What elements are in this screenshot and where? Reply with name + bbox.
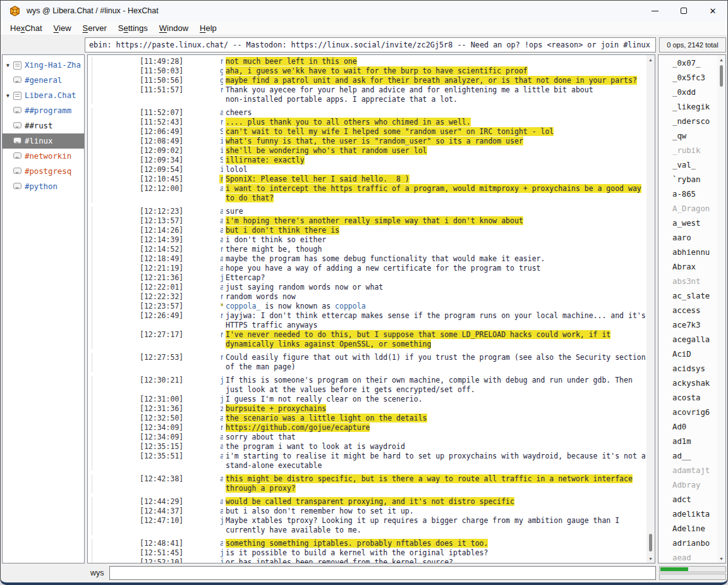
user-list-item[interactable]: ackyshak: [658, 376, 717, 391]
chat-scrollbar-thumb[interactable]: [649, 534, 652, 551]
menu-item-help[interactable]: Help: [194, 22, 222, 34]
user-list-item[interactable]: _qw: [658, 129, 717, 144]
message-body: random words now: [226, 292, 646, 302]
user-list-item[interactable]: _0x07_: [658, 56, 717, 71]
chat-message: [12:31:36]zenfoldburpsuite + proxychains: [92, 404, 646, 414]
close-button[interactable]: ✕: [698, 1, 727, 21]
message-nick: rx: [219, 353, 223, 372]
sidebar-item--python[interactable]: #python: [3, 179, 84, 194]
ops-count-badge[interactable]: 0 ops, 2142 total: [659, 37, 726, 52]
user-list-item[interactable]: Ad0: [658, 420, 717, 434]
message-text: Thank you ayecee for your help and advic…: [226, 85, 593, 94]
user-list-item[interactable]: ace7k3: [658, 318, 717, 333]
user-list-item[interactable]: ac_slate: [658, 289, 717, 304]
sidebar-item--networkin[interactable]: #networkin: [3, 149, 84, 164]
nick-message-divider: [92, 548, 137, 558]
chat-message: [12:12:23]ayeceesure: [92, 207, 646, 216]
user-list-item[interactable]: aaro: [658, 231, 717, 245]
user-list-item[interactable]: acidsys: [658, 362, 717, 376]
user-list-item[interactable]: a_west: [658, 216, 717, 231]
message-text: this might be distro specific, but is th…: [226, 474, 633, 483]
chat-message: [12:14:39]ayeceei don't think so either: [92, 235, 646, 245]
tree-server-libera-chat[interactable]: ▼Libera.Chat: [3, 88, 84, 103]
user-list-item[interactable]: access: [658, 304, 717, 318]
scroll-up-icon[interactable]: ▲: [717, 55, 725, 64]
sidebar-item--postgresq[interactable]: #postgresq: [3, 164, 84, 179]
user-list-item[interactable]: Adeline: [658, 522, 717, 536]
message-nick: ayecee: [219, 539, 223, 548]
message-body: but i also don't remember how to set it …: [226, 507, 646, 516]
userlist-scrollbar-thumb[interactable]: [720, 65, 723, 87]
user-list-item[interactable]: adrianbo: [658, 536, 717, 551]
user-list-item[interactable]: ad__: [658, 449, 717, 464]
scroll-up-icon[interactable]: ▲: [646, 55, 655, 64]
channel-icon: [13, 107, 21, 113]
user-list-item[interactable]: _0xdd: [658, 85, 717, 100]
userlist-scrollbar[interactable]: ▲ ▼: [717, 55, 725, 563]
server-icon: [13, 61, 21, 70]
scroll-down-icon[interactable]: ▼: [646, 554, 655, 563]
nick-message-divider: [92, 156, 137, 165]
chevron-down-icon[interactable]: ▼: [6, 63, 13, 68]
chevron-down-icon[interactable]: ▼: [6, 93, 13, 99]
message-text: maybe the program has some debug functio…: [226, 254, 545, 263]
user-list-item[interactable]: aead: [658, 551, 717, 563]
sidebar-item--rust[interactable]: ##rust: [3, 118, 84, 133]
message-nick: anthill: [219, 474, 223, 493]
sidebar-item--linux[interactable]: #linux: [3, 133, 84, 149]
user-list-item[interactable]: `ryban: [658, 173, 717, 187]
menu-item-hexchat[interactable]: HexChat: [4, 22, 48, 34]
user-list-item[interactable]: acosta: [658, 391, 717, 405]
message-body: burpsuite + proxychains: [226, 404, 646, 414]
menu-item-settings[interactable]: Settings: [112, 22, 154, 34]
user-list-item[interactable]: abs3nt: [658, 274, 717, 289]
user-list-item[interactable]: A_Dragon: [658, 202, 717, 216]
user-list-item[interactable]: Abrax: [658, 260, 717, 274]
nick-text: random_user: [219, 85, 223, 94]
message-body: Ettercap?: [226, 273, 646, 283]
user-list-item[interactable]: a-865: [658, 187, 717, 202]
scroll-down-icon[interactable]: ▼: [717, 554, 725, 563]
nick-text: glitsj16: [219, 66, 223, 75]
minimize-button[interactable]: [640, 1, 669, 21]
user-list-item[interactable]: _0x5fc3: [658, 71, 717, 85]
sidebar-item--programm[interactable]: ##programm: [3, 103, 84, 118]
user-list-item[interactable]: _ndersco: [658, 114, 717, 129]
user-list-item[interactable]: _likegik: [658, 100, 717, 114]
nick-text: jayjwa: [219, 273, 223, 282]
message-input[interactable]: [109, 566, 656, 580]
message-timestamp: [12:09:54]: [140, 165, 217, 175]
tree-server-xing-hai-zha[interactable]: ▼Xing-Hai-Zha: [3, 58, 84, 73]
user-list-item[interactable]: acovrig6: [658, 405, 717, 420]
user-list-item[interactable]: adct: [658, 493, 717, 507]
topic-row: 0 ops, 2142 total: [1, 35, 727, 54]
topic-entry[interactable]: [85, 37, 656, 52]
user-list-item[interactable]: _val_: [658, 158, 717, 173]
user-list-item[interactable]: abhiennu: [658, 245, 717, 260]
user-list-item[interactable]: adelikta: [658, 507, 717, 522]
menu-item-server[interactable]: Server: [77, 22, 112, 34]
nick-message-divider: [92, 57, 137, 66]
message-body: i'm starting to realise it might be hard…: [226, 452, 646, 471]
user-list-item[interactable]: _rubik: [658, 144, 717, 158]
chat-scrollbar[interactable]: ▲ ▼: [646, 55, 655, 563]
message-line: or has iptables been removed from the ke…: [226, 558, 646, 563]
chat-message: [12:09:34]SponiXillirnate: exactly: [92, 156, 646, 165]
user-list-item[interactable]: Adbray: [658, 478, 717, 493]
nick-message-divider: [92, 146, 137, 156]
user-list-item[interactable]: ad1m: [658, 434, 717, 449]
hexchat-logo-icon: [9, 6, 20, 16]
menu-item-view[interactable]: View: [48, 22, 77, 34]
user-list-item[interactable]: acegalla: [658, 333, 717, 347]
user-list-item[interactable]: AciD: [658, 347, 717, 362]
message-nick: jayjwa: [219, 395, 223, 404]
user-list-item[interactable]: adamtajt: [658, 464, 717, 478]
nick-message-divider: [92, 442, 137, 452]
maximize-button[interactable]: [669, 1, 698, 21]
nick-text: random_user: [219, 118, 223, 126]
sidebar-item--general[interactable]: #general: [3, 73, 84, 88]
menu-item-window[interactable]: Window: [154, 22, 194, 34]
message-text: currently have available to me.: [226, 526, 361, 534]
message-text: SponiX: Please tell her I said hello. 8 …: [226, 175, 410, 183]
channel-icon: [13, 152, 21, 159]
